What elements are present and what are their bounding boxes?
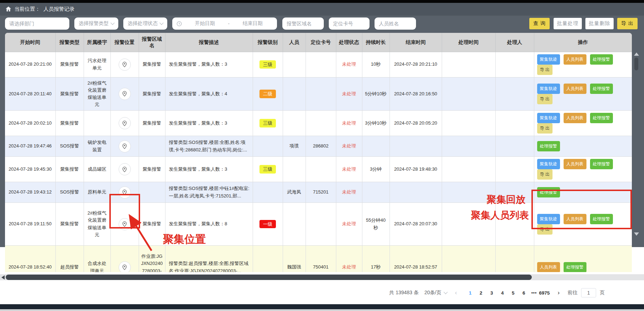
page-number-button[interactable]: 1	[465, 290, 476, 296]
cell-handle-status: 未处理	[336, 77, 362, 111]
location-pin-button[interactable]	[119, 59, 131, 71]
cell-handle-time	[442, 157, 495, 182]
location-pin-button[interactable]	[119, 88, 131, 100]
action-list-button[interactable]: 人员列表	[564, 113, 586, 123]
cell-area-name: 聚集报警	[139, 203, 165, 246]
alarm-level-badge: 一级	[259, 220, 276, 229]
location-pin-button[interactable]	[119, 163, 131, 175]
page-number-button[interactable]: 2	[476, 290, 486, 296]
vertical-scrollbar-thumb[interactable]	[634, 57, 638, 70]
person-name-input[interactable]	[375, 17, 416, 30]
export-button[interactable]: 导 出	[617, 18, 638, 29]
cell-operations: 处理报警	[534, 136, 632, 157]
action-list-button[interactable]: 人员列表	[564, 84, 586, 94]
horizontal-scrollbar-thumb[interactable]	[6, 275, 532, 280]
scroll-up-arrow-icon[interactable]	[634, 52, 639, 56]
handle-status-text: 未处理	[342, 221, 356, 226]
horizontal-scrollbar[interactable]	[0, 274, 644, 280]
start-date-field[interactable]: 开始日期	[185, 20, 225, 27]
action-handle-button[interactable]: 处理报警	[537, 187, 560, 197]
query-button[interactable]: 查 询	[529, 18, 550, 29]
cell-alarm-level: 三级	[253, 52, 283, 77]
cell-duration: 3分钟10秒	[362, 111, 390, 136]
cell-alarm-level	[253, 246, 283, 272]
action-handle-button[interactable]: 处理报警	[590, 113, 613, 123]
action-export-button[interactable]: 导 出	[537, 224, 553, 235]
action-list-button[interactable]: 人员列表	[564, 54, 586, 65]
handle-status-text: 未处理	[342, 166, 356, 172]
action-export-button[interactable]: 导 出	[537, 94, 553, 104]
handle-status-select[interactable]: 选择处理状态	[123, 17, 167, 30]
cell-alarm-position	[110, 246, 139, 272]
page-number-button[interactable]: 4	[497, 290, 508, 296]
action-list-button[interactable]: 人员列表	[564, 159, 586, 169]
column-header: 报警描述	[165, 33, 253, 52]
location-pin-button[interactable]	[119, 186, 131, 199]
location-pin-button[interactable]	[119, 140, 131, 152]
action-list-button[interactable]: 人员列表	[564, 214, 586, 224]
batch-delete-button[interactable]: 批量删除	[585, 18, 614, 29]
goto-page-input[interactable]	[581, 288, 596, 297]
cell-card-no	[306, 52, 336, 77]
date-separator: -	[228, 21, 230, 26]
cell-handle-time	[442, 136, 495, 157]
pagination-ellipsis[interactable]: •••	[529, 290, 539, 295]
cell-alarm-position	[110, 182, 139, 203]
cell-alarm-level	[253, 136, 283, 157]
action-export-button[interactable]: 导 出	[537, 123, 553, 134]
scroll-left-arrow-icon[interactable]	[1, 275, 5, 280]
cell-alarm-position	[110, 203, 139, 246]
location-pin-button[interactable]	[119, 261, 131, 272]
cell-end-time: 2024-07-28 20:07:30	[390, 203, 442, 246]
page-size-select[interactable]: 20条/页	[425, 290, 447, 296]
scroll-down-arrow-icon[interactable]	[634, 232, 639, 236]
action-track-button[interactable]: 聚集轨迹	[537, 84, 560, 94]
action-list-button[interactable]: 人员列表	[537, 262, 560, 272]
prev-page-button[interactable]: ‹	[453, 289, 459, 296]
page-number-button[interactable]: 3	[486, 290, 497, 296]
table-row: 2024-07-28 20:02:10聚集报警聚集报警发生聚集报警，聚集人数：3…	[5, 111, 632, 136]
end-date-field[interactable]: 结束日期	[232, 20, 273, 27]
date-range-picker[interactable]: 开始日期 - 结束日期	[172, 17, 277, 30]
cell-alarm-position	[110, 111, 139, 136]
department-input[interactable]	[5, 17, 69, 30]
cell-duration: 5分钟10秒	[362, 77, 390, 111]
card-no-input[interactable]	[329, 17, 370, 30]
action-track-button[interactable]: 聚集轨迹	[537, 159, 560, 169]
last-page-button[interactable]: 6975	[539, 290, 550, 296]
area-name-input[interactable]	[282, 17, 324, 30]
action-handle-button[interactable]: 处理报警	[537, 141, 560, 151]
action-track-button[interactable]: 聚集轨迹	[537, 214, 560, 224]
action-handle-button[interactable]: 处理报警	[564, 262, 586, 272]
handle-status-select-label: 选择处理状态	[128, 20, 158, 27]
action-handle-button[interactable]: 处理报警	[590, 214, 613, 224]
vertical-scrollbar[interactable]	[633, 52, 639, 236]
action-track-button[interactable]: 聚集轨迹	[537, 113, 560, 123]
action-handle-button[interactable]: 处理报警	[590, 159, 613, 169]
cell-person	[283, 52, 306, 77]
action-handle-button[interactable]: 处理报警	[590, 84, 613, 94]
table-header-row: 开始时间报警类型所属楼宇报警位置报警区域名报警描述报警级别人员定位卡号处理状态持…	[5, 33, 632, 52]
action-export-button[interactable]: 导 出	[537, 169, 553, 180]
action-track-button[interactable]: 聚集轨迹	[537, 54, 560, 65]
page-number-button[interactable]: 5	[508, 290, 519, 296]
page-size-label: 20条/页	[425, 290, 441, 296]
cell-start-time: 2024-07-28 20:21:00	[5, 52, 55, 77]
location-pin-button[interactable]	[119, 218, 131, 230]
column-header: 定位卡号	[306, 33, 336, 52]
cell-alarm-type: SOS报警	[55, 136, 84, 157]
action-export-button[interactable]: 导 出	[537, 65, 553, 75]
top-black-strip	[0, 0, 644, 3]
next-page-button[interactable]: ›	[555, 289, 562, 296]
alarm-type-select[interactable]: 选择报警类型	[74, 17, 118, 30]
cell-handler	[495, 52, 534, 77]
cell-handle-status: 未处理	[336, 157, 362, 182]
action-handle-button[interactable]: 处理报警	[590, 54, 613, 65]
cell-alarm-level: 三级	[253, 157, 283, 182]
cell-duration	[362, 136, 390, 157]
page-number-button[interactable]: 6	[519, 290, 529, 296]
cell-operations: 聚集轨迹人员列表处理报警导 出	[534, 157, 632, 182]
location-pin-button[interactable]	[119, 117, 131, 129]
batch-handle-button[interactable]: 批量处理	[554, 18, 582, 29]
cell-alarm-position	[110, 52, 139, 77]
